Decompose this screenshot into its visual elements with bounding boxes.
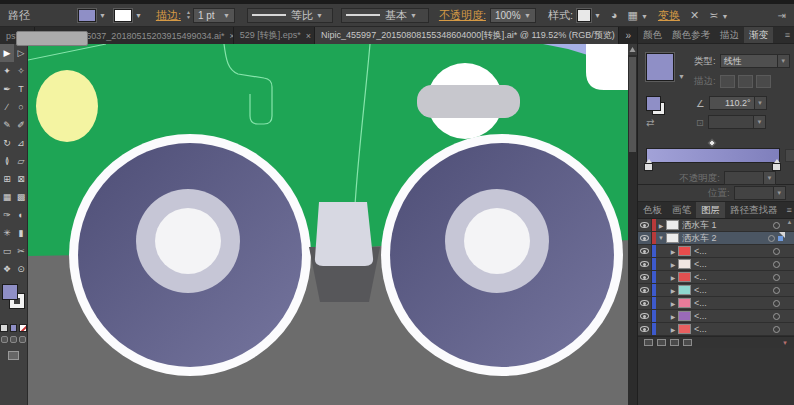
collapse-arrow-icon[interactable]: ▼ (656, 235, 666, 241)
layer-thumbnail[interactable] (666, 233, 679, 243)
options-grid-icon[interactable]: ▦▼ (628, 9, 648, 22)
color-mode-button[interactable] (0, 324, 8, 332)
width-profile-dropdown[interactable]: 等比 ▼ (247, 8, 333, 23)
sublayer-name[interactable]: <... (694, 259, 773, 269)
blend-tool[interactable]: ◐ (14, 206, 28, 224)
type-tool[interactable]: T (14, 80, 28, 98)
fill-stroke-indicator[interactable] (0, 284, 27, 320)
fill-color-picker[interactable]: ▼ (78, 8, 106, 23)
line-segment-tool[interactable]: ∕ (0, 98, 14, 116)
expand-arrow-icon[interactable]: ▶ (668, 274, 678, 281)
stroke-color-picker[interactable]: ▼ (114, 8, 142, 23)
gradient-bar[interactable] (646, 148, 780, 163)
sublayer-name[interactable]: <... (694, 311, 773, 321)
perspective-grid-tool[interactable]: ⊠ (14, 170, 28, 188)
chevron-down-icon[interactable]: ▼ (316, 12, 323, 19)
rotate-tool[interactable]: ↻ (0, 134, 14, 152)
layer-row[interactable]: ▶ 洒水车 1 (638, 219, 794, 232)
collapse-panels-icon[interactable]: ⇥ (778, 10, 786, 21)
bumper-step[interactable] (315, 202, 373, 266)
gradient-stop-left[interactable] (644, 163, 653, 171)
fill-color-swatch[interactable] (78, 9, 96, 22)
sublayer-name[interactable]: <... (694, 272, 773, 282)
none-mode-button[interactable] (19, 324, 27, 332)
sublayer-name[interactable]: <... (694, 246, 773, 256)
sublayer-row[interactable]: ▶<... (638, 297, 794, 310)
panel-menu-icon[interactable]: ≡ (781, 27, 794, 43)
chevron-down-icon[interactable]: ▼ (778, 54, 790, 68)
stroke-weight-field[interactable]: 1 pt ▼ (193, 8, 235, 23)
new-sublayer-icon[interactable] (657, 339, 666, 346)
left-wheel-hub[interactable] (155, 208, 221, 274)
target-circle[interactable] (773, 300, 780, 307)
target-circle[interactable] (768, 235, 775, 242)
sublayer-thumbnail[interactable] (678, 298, 691, 308)
sublayer-row[interactable]: ▶<... (638, 271, 794, 284)
magic-wand-tool[interactable]: ✦ (0, 62, 14, 80)
lasso-tool[interactable]: ✧ (14, 62, 28, 80)
gradient-swatch[interactable] (646, 53, 674, 81)
sublayer-row[interactable]: ▶<... (638, 284, 794, 297)
free-transform-tool[interactable]: ▱ (14, 152, 28, 170)
expand-arrow-icon[interactable]: ▶ (668, 300, 678, 307)
stroke-panel-link[interactable]: 描边: (156, 8, 181, 23)
free-transform-icon[interactable]: ✕ (690, 9, 699, 22)
visibility-toggle[interactable] (638, 323, 652, 335)
expand-arrow-icon[interactable]: ▶ (656, 222, 666, 229)
delete-layer-icon[interactable] (683, 339, 692, 346)
tab-overflow-icon[interactable]: » (619, 27, 637, 44)
draw-normal-button[interactable] (1, 336, 8, 343)
expand-arrow-icon[interactable]: ▶ (668, 313, 678, 320)
artboard-tool[interactable]: ▭ (0, 242, 14, 260)
stroke-color-swatch[interactable] (114, 9, 132, 22)
target-circle[interactable] (773, 274, 780, 281)
target-circle[interactable] (773, 313, 780, 320)
tab-color[interactable]: 颜色 (638, 27, 667, 43)
visibility-toggle[interactable] (638, 284, 652, 296)
visibility-toggle[interactable] (638, 271, 652, 283)
slice-tool[interactable]: ✂ (14, 242, 28, 260)
scroll-down-icon[interactable]: ▼ (782, 340, 788, 346)
expand-arrow-icon[interactable]: ▶ (668, 248, 678, 255)
pen-tool[interactable]: ✒ (0, 80, 14, 98)
scale-tool[interactable]: ⊿ (14, 134, 28, 152)
sublayer-thumbnail[interactable] (678, 272, 691, 282)
visibility-toggle[interactable] (638, 245, 652, 257)
select-similar-icon[interactable]: ≍▼ (709, 9, 728, 22)
canvas[interactable] (28, 44, 637, 405)
mesh-tool[interactable]: ▦ (0, 188, 14, 206)
tab-pathfinder[interactable]: 路径查找器 (725, 202, 783, 218)
tab-layers[interactable]: 图层 (696, 202, 725, 218)
close-icon[interactable]: × (306, 31, 311, 41)
symbol-sprayer-tool[interactable]: ✳ (0, 224, 14, 242)
make-clip-mask-icon[interactable] (644, 339, 653, 346)
visibility-toggle[interactable] (638, 258, 652, 270)
sublayer-row[interactable]: ▶<... (638, 310, 794, 323)
tab-brushes[interactable]: 画笔 (667, 202, 696, 218)
expand-arrow-icon[interactable]: ▶ (668, 326, 678, 333)
draw-behind-button[interactable] (10, 336, 17, 343)
chevron-down-icon[interactable]: ▼ (410, 12, 417, 19)
tab-swatches[interactable]: 色板 (638, 202, 667, 218)
recolor-artwork-icon[interactable]: ◕ (611, 9, 618, 21)
hand-tool[interactable]: ❖ (0, 260, 14, 278)
shape-builder-tool[interactable]: ⊞ (0, 170, 14, 188)
sublayer-thumbnail[interactable] (678, 246, 691, 256)
sublayer-thumbnail[interactable] (678, 259, 691, 269)
opacity-panel-link[interactable]: 不透明度: (439, 8, 486, 23)
sublayer-row[interactable]: ▶<... (638, 323, 794, 336)
visibility-toggle[interactable] (638, 310, 652, 322)
chevron-down-icon[interactable]: ▼ (135, 12, 142, 19)
layer-thumbnail[interactable] (666, 220, 679, 230)
visibility-toggle[interactable] (638, 232, 652, 244)
sublayer-row[interactable]: ▶<... (638, 245, 794, 258)
document-tab-active[interactable]: Nipic_455997_20150808155348604000[转换].ai… (315, 27, 619, 44)
chevron-down-icon[interactable]: ▼ (755, 96, 767, 110)
target-circle[interactable] (773, 248, 780, 255)
target-circle[interactable] (773, 222, 780, 229)
draw-inside-button[interactable] (19, 336, 26, 343)
sublayer-name[interactable]: <... (694, 298, 773, 308)
selection-tool[interactable]: ▶ (0, 44, 14, 62)
door-handle[interactable] (417, 85, 520, 118)
width-tool[interactable]: ≬ (0, 152, 14, 170)
